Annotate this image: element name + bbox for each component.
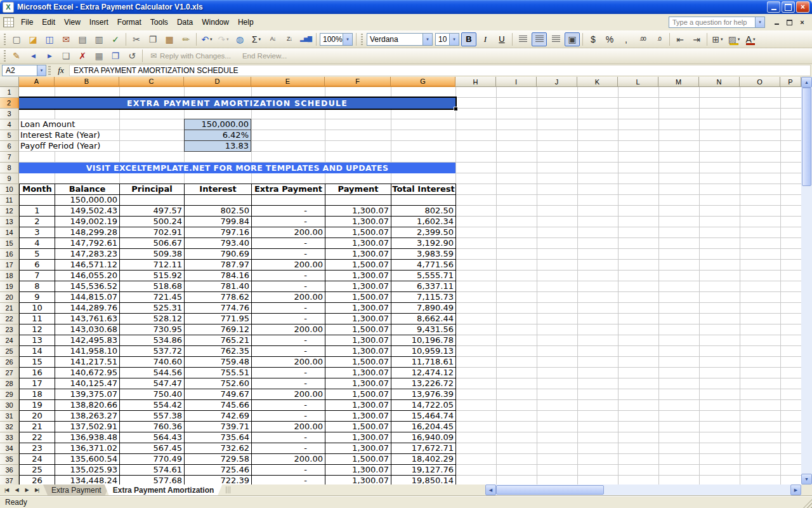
row-header-28[interactable]: 28 [0, 378, 19, 389]
cell[interactable]: - [252, 432, 325, 443]
cell[interactable]: 12,474.12 [391, 368, 456, 378]
formula-input[interactable]: EXTRA PAYMENT AMORTIZATION SCHEDULE [69, 65, 811, 76]
cell[interactable]: 1,500.07 [325, 422, 391, 432]
row-header-23[interactable]: 23 [0, 324, 19, 335]
chevron-down-icon[interactable]: ▾ [422, 34, 432, 45]
column-header-M[interactable]: M [658, 77, 699, 87]
toolbar-drag-handle[interactable] [4, 34, 6, 45]
hyperlink-icon[interactable]: ◍ [232, 32, 247, 46]
row-header-2[interactable]: 2 [0, 98, 19, 109]
row-header-12[interactable]: 12 [0, 206, 19, 217]
row-header-33[interactable]: 33 [0, 432, 19, 443]
month-cell[interactable]: 20 [20, 411, 55, 422]
param-input-cell[interactable]: 150,000.00 [184, 119, 251, 130]
cell[interactable]: 506.67 [120, 238, 185, 249]
cell[interactable]: 147,792.61 [55, 238, 120, 249]
cell[interactable]: - [252, 206, 325, 217]
row-header-34[interactable]: 34 [0, 443, 19, 454]
zoom-select[interactable]: 100%▾ [320, 33, 353, 46]
cell[interactable]: 1,300.07 [325, 465, 391, 476]
month-cell[interactable]: 2 [20, 217, 55, 227]
cell[interactable]: 138,820.66 [55, 400, 120, 411]
column-header-P[interactable]: P [780, 77, 801, 87]
cell[interactable]: 147,283.23 [55, 249, 120, 260]
row-header-35[interactable]: 35 [0, 454, 19, 465]
cell[interactable]: 574.61 [120, 465, 185, 476]
column-header-H[interactable]: H [455, 77, 496, 87]
cell[interactable]: 1,300.07 [325, 476, 391, 485]
cell[interactable] [252, 195, 325, 206]
cell[interactable]: - [252, 443, 325, 454]
chevron-down-icon[interactable]: ▾ [755, 17, 764, 27]
table-header-cell[interactable]: Principal [120, 184, 185, 195]
cell[interactable]: 525.31 [120, 303, 185, 314]
chevron-down-icon[interactable]: ▾ [753, 37, 756, 42]
cell[interactable]: - [252, 368, 325, 378]
row-header-15[interactable]: 15 [0, 238, 19, 249]
cell[interactable]: 3,192.90 [391, 238, 456, 249]
column-header-L[interactable]: L [618, 77, 658, 87]
cell[interactable]: 1,300.07 [325, 378, 391, 389]
cell[interactable]: 759.48 [185, 357, 252, 368]
row-header-37[interactable]: 37 [0, 476, 19, 485]
cell[interactable]: 1,300.07 [325, 443, 391, 454]
cell[interactable]: 7,890.49 [391, 303, 456, 314]
cell[interactable]: 774.76 [185, 303, 252, 314]
underline-button[interactable]: U [494, 32, 509, 46]
menu-item-view[interactable]: View [60, 15, 85, 29]
fill-color-icon[interactable]: ▨▾ [726, 32, 742, 46]
row-header-4[interactable]: 4 [0, 119, 19, 130]
previous-comment-icon[interactable]: ◀ [25, 49, 41, 63]
month-cell[interactable]: 11 [20, 314, 55, 324]
cell[interactable]: 1,300.07 [325, 206, 391, 217]
menu-item-insert[interactable]: Insert [85, 15, 113, 29]
cell[interactable]: 1,500.07 [325, 454, 391, 465]
cell[interactable]: 781.40 [185, 281, 252, 292]
cell[interactable]: 1,500.07 [325, 292, 391, 303]
tab-next-button[interactable]: ▶ [22, 485, 32, 495]
horizontal-scrollbar[interactable]: ◀ ▶ [485, 485, 801, 495]
param-input-cell[interactable]: 6.42% [184, 130, 251, 141]
cell[interactable]: 749.67 [185, 389, 252, 400]
row-header-30[interactable]: 30 [0, 400, 19, 411]
track-changes-icon[interactable]: ↺ [124, 49, 140, 63]
chevron-down-icon[interactable]: ▾ [449, 34, 459, 45]
cell[interactable]: 1,300.07 [325, 400, 391, 411]
cell[interactable]: 1,500.07 [325, 227, 391, 238]
cell[interactable]: 5,555.71 [391, 271, 456, 281]
cell[interactable]: 19,850.14 [391, 476, 456, 485]
cell[interactable]: 722.39 [185, 476, 252, 485]
column-header-J[interactable]: J [537, 77, 577, 87]
name-box[interactable]: A2 ▾ [2, 65, 46, 76]
cell[interactable]: 16,940.09 [391, 432, 456, 443]
cell[interactable]: 9,431.56 [391, 324, 456, 335]
cell[interactable]: - [252, 249, 325, 260]
decrease-decimal-icon[interactable]: .0 [652, 32, 667, 46]
cell[interactable]: 13,976.39 [391, 389, 456, 400]
row-header-27[interactable]: 27 [0, 368, 19, 378]
horizontal-scroll-track[interactable] [496, 485, 790, 495]
month-cell[interactable]: 7 [20, 271, 55, 281]
show-comment-icon[interactable]: ❏ [58, 49, 74, 63]
month-cell[interactable]: 26 [20, 476, 55, 485]
align-left-icon[interactable] [515, 32, 530, 46]
cell[interactable]: 787.97 [185, 260, 252, 271]
month-cell[interactable]: 9 [20, 292, 55, 303]
comma-style-icon[interactable]: , [619, 32, 634, 46]
cell[interactable]: 18,402.29 [391, 454, 456, 465]
row-header-9[interactable]: 9 [0, 173, 19, 184]
column-header-A[interactable]: A [19, 77, 55, 87]
cell[interactable]: 797.16 [185, 227, 252, 238]
cell[interactable]: 557.38 [120, 411, 185, 422]
cell[interactable]: 534.86 [120, 335, 185, 346]
row-header-26[interactable]: 26 [0, 357, 19, 368]
month-cell[interactable]: 16 [20, 368, 55, 378]
cell[interactable]: 4,771.56 [391, 260, 456, 271]
cell[interactable]: 1,300.07 [325, 346, 391, 357]
cell[interactable]: 1,300.07 [325, 411, 391, 422]
month-cell[interactable]: 5 [20, 249, 55, 260]
cell[interactable]: 148,299.28 [55, 227, 120, 238]
tab-split-handle[interactable] [226, 486, 231, 493]
row-header-24[interactable]: 24 [0, 335, 19, 346]
cell[interactable]: 2,399.50 [391, 227, 456, 238]
